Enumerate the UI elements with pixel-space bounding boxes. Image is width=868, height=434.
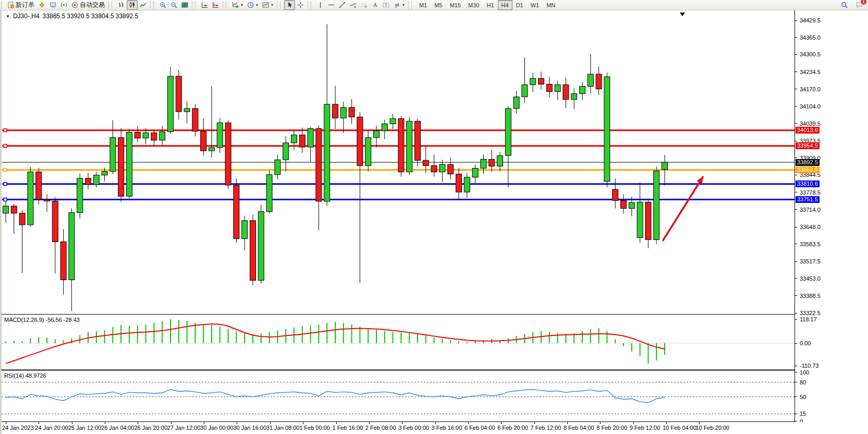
rsi-panel[interactable]: RSI(14) 48.9726: [2, 371, 794, 422]
label-icon: T: [383, 2, 389, 8]
macd-tick-mark: [795, 319, 797, 320]
timeframe-m15-button[interactable]: M15: [446, 0, 464, 10]
trend-line-button[interactable]: [337, 0, 348, 10]
equidistant-channel-button[interactable]: E: [348, 0, 359, 10]
zoom-out-icon: [170, 2, 177, 8]
search-button[interactable]: [839, 0, 850, 10]
candlestick-chart-button[interactable]: [127, 0, 138, 10]
macd-tick-mark: [795, 366, 797, 366]
toolbar-grip[interactable]: [1, 2, 4, 9]
price-tick-mark: [795, 37, 797, 38]
candlestick-chart-canvas[interactable]: [2, 10, 794, 314]
time-axis[interactable]: 24 Jan 202324 Jan 20:0025 Jan 12:0026 Ja…: [2, 422, 868, 434]
toolbar-grip[interactable]: [226, 2, 229, 9]
line-chart-button[interactable]: [138, 0, 149, 10]
toolbar-grip[interactable]: [280, 2, 283, 9]
time-tick-label: 31 Jan 08:00: [266, 425, 300, 431]
chart-shift-button[interactable]: [210, 0, 221, 10]
time-tick-label: 3 Feb 16:00: [432, 425, 462, 431]
terminal-button[interactable]: [47, 0, 58, 10]
horizontal-line-button[interactable]: [326, 0, 337, 10]
rsi-canvas[interactable]: [2, 371, 794, 421]
macd-canvas[interactable]: [2, 315, 794, 369]
indicators-button[interactable]: ▾: [230, 0, 245, 10]
rsi-tick-label: 80: [800, 379, 806, 385]
toolbar-separator: [277, 1, 277, 9]
toolbar-grip[interactable]: [411, 2, 414, 9]
chart-shift-marker[interactable]: [680, 13, 685, 16]
timeframe-w1-button[interactable]: W1: [527, 0, 543, 10]
time-tick-mark: [501, 422, 502, 424]
timeframe-m30-button[interactable]: M30: [464, 0, 483, 10]
bar-chart-button[interactable]: [116, 0, 127, 10]
timeframe-m5-button[interactable]: M5: [431, 0, 446, 10]
trendline-icon: [339, 2, 346, 8]
crosshair-button[interactable]: [295, 0, 306, 10]
time-tick-label: 1 Feb 16:00: [333, 425, 363, 431]
auto-trading-button[interactable]: 自动交易: [69, 0, 107, 10]
cursor-button[interactable]: [284, 0, 295, 10]
toolbar-separator: [108, 1, 109, 9]
price-tick-label: 34234.5: [800, 69, 821, 75]
vline-icon: [317, 2, 324, 8]
periods-button[interactable]: ▾: [245, 0, 260, 10]
toolbar-grip[interactable]: [311, 2, 314, 9]
toolbar-grip[interactable]: [112, 2, 115, 9]
rsi-tick-mark: [795, 414, 797, 414]
rsi-tick-label: 15: [800, 411, 806, 417]
tile-windows-button[interactable]: [179, 0, 190, 10]
time-tick-label: 27 Jan 12:00: [167, 425, 201, 431]
macd-tick-mark: [795, 343, 797, 344]
toolbar-grip[interactable]: [153, 2, 156, 9]
fibonacci-button[interactable]: F: [359, 0, 370, 10]
signals-button[interactable]: [58, 0, 69, 10]
time-tick-mark: [171, 422, 172, 424]
chevron-down-icon[interactable]: ▾: [256, 3, 258, 7]
price-tick-label: 33583.5: [800, 241, 821, 247]
toolbar-separator: [223, 1, 223, 9]
time-tick-mark: [435, 422, 436, 424]
timeframe-m1-button[interactable]: M1: [415, 0, 431, 10]
auto-trading-label: 自动交易: [80, 1, 105, 9]
chart-shift-icon: [212, 2, 219, 8]
main-chart-panel[interactable]: ▼ DJ30-,H4 33865.5 33920.5 33804.5 33892…: [2, 10, 794, 315]
text-button[interactable]: A: [370, 0, 381, 10]
price-axis[interactable]: 34429.534365.034300.534234.534170.034104…: [795, 10, 868, 422]
chevron-down-icon[interactable]: ▾: [402, 3, 405, 7]
time-tick-mark: [534, 422, 535, 424]
price-tick-mark: [795, 89, 797, 89]
price-tick-label: 34039.5: [800, 120, 821, 127]
rsi-tick-label: 100: [800, 369, 809, 376]
rsi-tick-mark: [795, 396, 797, 397]
timeframe-d1-button[interactable]: D1: [512, 0, 527, 10]
text-label-button[interactable]: T: [381, 0, 392, 10]
line-chart-icon: [140, 2, 146, 8]
price-tick-mark: [795, 192, 797, 192]
macd-panel[interactable]: MACD(12,26,9) -56.56 -28.43: [2, 315, 794, 370]
toolbar-separator: [308, 1, 308, 9]
timeframe-h1-button[interactable]: H1: [483, 0, 497, 10]
arrows-button[interactable]: ▾: [392, 0, 407, 10]
chevron-down-icon[interactable]: ▾: [271, 3, 273, 7]
zoom-in-button[interactable]: [157, 0, 168, 10]
notifications-button[interactable]: 1: [854, 0, 865, 10]
chevron-down-icon[interactable]: ▾: [241, 3, 243, 7]
chart-window: ▼ DJ30-,H4 33865.5 33920.5 33804.5 33892…: [0, 10, 868, 434]
bar-chart-icon: [118, 2, 125, 8]
time-tick-mark: [699, 422, 700, 424]
svg-text:T: T: [385, 3, 387, 7]
quotes-button[interactable]: [36, 0, 47, 10]
timeframe-h4-button[interactable]: H4: [498, 0, 512, 10]
time-tick-mark: [468, 422, 469, 424]
time-tick-mark: [6, 422, 6, 424]
timeframe-mn-button[interactable]: MN: [543, 0, 559, 10]
rsi-label: RSI(14) 48.9726: [4, 372, 46, 379]
templates-button[interactable]: ▾: [260, 0, 275, 10]
toolbar-grip[interactable]: [195, 2, 198, 9]
price-tick-mark: [795, 227, 797, 227]
zoom-out-button[interactable]: [168, 0, 179, 10]
new-order-button[interactable]: 新订单: [5, 0, 36, 10]
auto-scroll-button[interactable]: [199, 0, 210, 10]
vertical-line-button[interactable]: [315, 0, 326, 10]
trend-arrow-annotation[interactable]: [663, 176, 703, 241]
